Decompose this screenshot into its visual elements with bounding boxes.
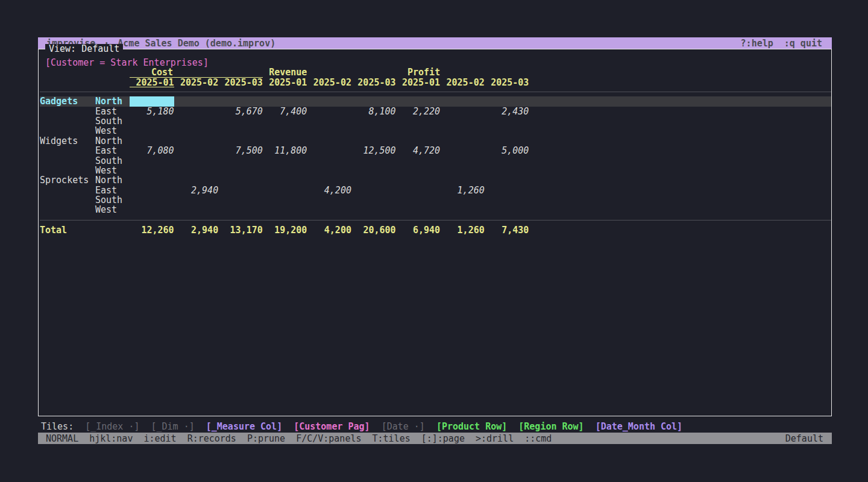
value-cell[interactable] bbox=[351, 186, 396, 195]
value-cell[interactable] bbox=[130, 96, 174, 106]
tile-chip[interactable]: [_Measure Col] bbox=[206, 422, 282, 431]
month-column-header[interactable]: 2025-02 bbox=[174, 78, 219, 87]
value-cell[interactable] bbox=[351, 205, 396, 214]
value-cell[interactable] bbox=[440, 107, 485, 116]
value-cell[interactable] bbox=[351, 96, 396, 106]
table-row[interactable]: West bbox=[40, 205, 831, 214]
month-column-header[interactable]: 2025-03 bbox=[485, 78, 529, 87]
value-cell[interactable] bbox=[307, 205, 351, 214]
value-cell[interactable] bbox=[307, 96, 351, 106]
value-cell[interactable]: 5,000 bbox=[485, 146, 529, 155]
value-cell[interactable]: 1,260 bbox=[440, 186, 485, 195]
value-cell[interactable]: 11,800 bbox=[263, 146, 307, 155]
value-cell[interactable] bbox=[174, 126, 219, 136]
tile-chip[interactable]: [Date ·] bbox=[382, 422, 425, 431]
value-cell[interactable] bbox=[485, 156, 529, 166]
value-cell[interactable] bbox=[396, 136, 441, 146]
value-cell[interactable] bbox=[263, 116, 307, 126]
value-cell[interactable] bbox=[440, 96, 485, 106]
tile-chip[interactable]: [Customer Pag] bbox=[294, 422, 370, 431]
value-cell[interactable]: 5,180 bbox=[130, 107, 174, 116]
value-cell[interactable] bbox=[130, 136, 174, 146]
value-cell[interactable] bbox=[396, 195, 441, 205]
table-row[interactable]: South bbox=[40, 116, 831, 126]
value-cell[interactable] bbox=[263, 156, 307, 166]
value-cell[interactable] bbox=[351, 156, 396, 166]
table-row[interactable]: South bbox=[40, 156, 831, 166]
value-cell[interactable] bbox=[396, 96, 441, 106]
group-header-cost[interactable]: Cost bbox=[130, 67, 263, 77]
value-cell[interactable] bbox=[263, 166, 307, 175]
month-column-header[interactable]: 2025-02 bbox=[307, 78, 351, 87]
table-row[interactable]: South bbox=[40, 195, 831, 205]
value-cell[interactable] bbox=[218, 116, 263, 126]
value-cell[interactable] bbox=[218, 166, 263, 175]
value-cell[interactable] bbox=[174, 195, 219, 205]
value-cell[interactable] bbox=[218, 96, 263, 106]
value-cell[interactable] bbox=[263, 96, 307, 106]
value-cell[interactable] bbox=[130, 186, 174, 195]
value-cell[interactable] bbox=[263, 175, 307, 185]
value-cell[interactable] bbox=[218, 186, 263, 195]
value-cell[interactable] bbox=[485, 195, 529, 205]
value-cell[interactable] bbox=[307, 146, 351, 155]
value-cell[interactable] bbox=[174, 136, 219, 146]
value-cell[interactable] bbox=[307, 156, 351, 166]
value-cell[interactable] bbox=[351, 175, 396, 185]
table-row[interactable]: WidgetsNorth bbox=[40, 136, 831, 146]
value-cell[interactable] bbox=[440, 205, 485, 214]
value-cell[interactable] bbox=[218, 126, 263, 136]
value-cell[interactable] bbox=[440, 166, 485, 175]
value-cell[interactable]: 2,430 bbox=[485, 107, 529, 116]
month-column-header[interactable]: 2025-01 bbox=[396, 78, 441, 87]
value-cell[interactable] bbox=[130, 205, 174, 214]
value-cell[interactable] bbox=[218, 205, 263, 214]
tile-chip[interactable]: [_Index ·] bbox=[85, 422, 139, 431]
value-cell[interactable]: 7,080 bbox=[130, 146, 174, 155]
value-cell[interactable] bbox=[174, 107, 219, 116]
value-cell[interactable] bbox=[307, 195, 351, 205]
value-cell[interactable]: 4,720 bbox=[396, 146, 441, 155]
value-cell[interactable] bbox=[130, 156, 174, 166]
value-cell[interactable] bbox=[218, 175, 263, 185]
value-cell[interactable]: 12,500 bbox=[351, 146, 396, 155]
tile-chip[interactable]: [_Dim ·] bbox=[151, 422, 195, 431]
month-column-header[interactable]: 2025-01 bbox=[263, 78, 307, 87]
value-cell[interactable] bbox=[351, 166, 396, 175]
value-cell[interactable] bbox=[485, 126, 529, 136]
value-cell[interactable] bbox=[130, 175, 174, 185]
value-cell[interactable] bbox=[218, 156, 263, 166]
month-column-header[interactable]: 2025-03 bbox=[351, 78, 396, 87]
value-cell[interactable] bbox=[440, 146, 485, 155]
value-cell[interactable]: 7,500 bbox=[218, 146, 263, 155]
value-cell[interactable]: 2,220 bbox=[396, 107, 441, 116]
value-cell[interactable] bbox=[396, 156, 441, 166]
month-column-header[interactable]: 2025-01 bbox=[130, 78, 174, 87]
value-cell[interactable] bbox=[130, 166, 174, 175]
value-cell[interactable] bbox=[396, 186, 441, 195]
value-cell[interactable] bbox=[218, 195, 263, 205]
value-cell[interactable] bbox=[307, 116, 351, 126]
month-column-header[interactable]: 2025-03 bbox=[218, 78, 263, 87]
value-cell[interactable] bbox=[440, 126, 485, 136]
table-row[interactable]: GadgetsNorth bbox=[40, 96, 831, 106]
tile-chip[interactable]: [Date_Month Col] bbox=[596, 422, 683, 431]
value-cell[interactable] bbox=[351, 126, 396, 136]
value-cell[interactable]: 2,940 bbox=[174, 186, 219, 195]
group-header-profit[interactable]: Profit bbox=[396, 67, 441, 77]
value-cell[interactable] bbox=[396, 205, 441, 214]
value-cell[interactable] bbox=[485, 136, 529, 146]
value-cell[interactable] bbox=[307, 126, 351, 136]
value-cell[interactable] bbox=[174, 156, 219, 166]
table-row[interactable]: West bbox=[40, 166, 831, 175]
value-cell[interactable] bbox=[440, 195, 485, 205]
value-cell[interactable] bbox=[307, 166, 351, 175]
value-cell[interactable] bbox=[485, 186, 529, 195]
value-cell[interactable] bbox=[396, 166, 441, 175]
value-cell[interactable] bbox=[174, 205, 219, 214]
value-cell[interactable] bbox=[440, 136, 485, 146]
value-cell[interactable] bbox=[440, 116, 485, 126]
page-filter-badge[interactable]: [Customer = Stark Enterprises] bbox=[40, 58, 831, 67]
value-cell[interactable] bbox=[174, 175, 219, 185]
value-cell[interactable] bbox=[130, 195, 174, 205]
